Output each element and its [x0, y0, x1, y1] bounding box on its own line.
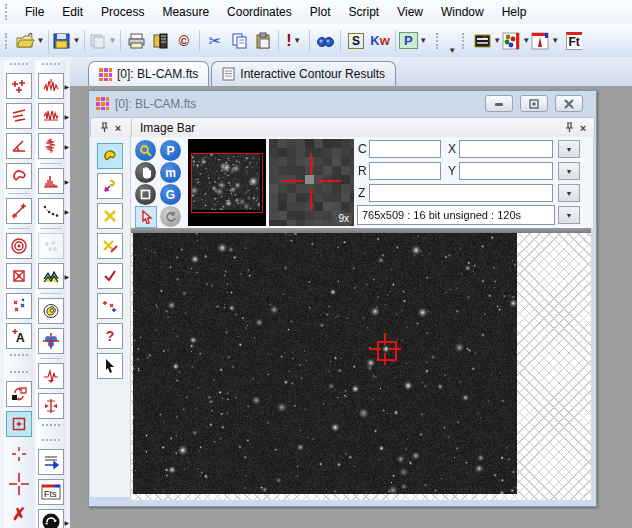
image-info-field[interactable]: 765x509 : 16 bit unsigned : 120s — [357, 205, 555, 225]
histogram-tool-dropdown[interactable]: ▼ — [551, 36, 560, 45]
line-profile-tool[interactable] — [6, 198, 32, 224]
save-dropdown[interactable]: ▼ — [72, 36, 81, 45]
menu-edit[interactable]: Edit — [53, 1, 92, 23]
plot-column-tool[interactable]: ▶ — [38, 133, 64, 159]
accept-tool[interactable] — [97, 263, 123, 289]
duplicate-dropdown[interactable]: ▼ — [108, 36, 117, 45]
star-cluster-tool[interactable] — [6, 73, 32, 99]
toolbar-overflow[interactable]: ▼ — [448, 46, 457, 55]
s-tool-button[interactable]: S — [344, 29, 368, 53]
column-input[interactable] — [369, 140, 441, 158]
copyright-button[interactable]: © — [172, 29, 196, 53]
open-dropdown[interactable]: ▼ — [36, 36, 45, 45]
menu-plot[interactable]: Plot — [301, 1, 340, 23]
p-tool-button[interactable]: P ▼ — [399, 29, 428, 53]
row-input[interactable] — [369, 162, 441, 180]
contour-plot-tool[interactable] — [38, 298, 64, 324]
magnifier-thumbnail[interactable]: 9x — [269, 139, 354, 226]
x-input[interactable] — [459, 140, 553, 158]
menu-process[interactable]: Process — [92, 1, 153, 23]
mark-star-tool[interactable] — [97, 203, 123, 229]
profile-lines-tool[interactable] — [6, 103, 32, 129]
image-overview-thumbnail[interactable] — [188, 139, 266, 226]
side-toolbar-pin-icon[interactable] — [97, 122, 111, 135]
region-tool[interactable] — [6, 163, 32, 189]
open-button[interactable]: ▼ — [16, 29, 45, 53]
pulse-plot-tool[interactable] — [38, 363, 64, 389]
large-crosshair-tool[interactable] — [6, 471, 32, 497]
image-bar-pin-icon[interactable] — [562, 122, 576, 135]
window-title-bar[interactable]: [0]: BL-CAM.fts — [88, 90, 595, 117]
menu-file[interactable]: File — [16, 1, 53, 23]
grid-g-button[interactable]: G — [160, 184, 181, 205]
image-bar-close-icon[interactable]: × — [576, 122, 590, 134]
pan-mode-p-button[interactable]: P — [160, 140, 181, 161]
zoom-tool-button[interactable] — [135, 140, 156, 161]
minimize-button[interactable] — [485, 95, 513, 112]
aperture-tool-selected[interactable] — [97, 143, 123, 169]
coord-dropdown-3[interactable]: ▼ — [558, 184, 580, 202]
display-window-dropdown[interactable]: ▼ — [493, 36, 502, 45]
alert-dropdown[interactable]: ▼ — [293, 36, 302, 45]
marker-box-tool[interactable] — [6, 411, 32, 437]
histogram-tool-button[interactable]: ▼ — [531, 29, 560, 53]
help-tool[interactable]: ? — [97, 323, 123, 349]
multi-mark-tool[interactable] — [97, 293, 123, 319]
rotate-image-tool[interactable]: ▶ — [38, 509, 64, 528]
display-window-button[interactable]: ▼ — [473, 29, 502, 53]
paste-button[interactable] — [251, 29, 275, 53]
scatter-marks-tool[interactable] — [6, 293, 32, 319]
tab-interactive-contour-results[interactable]: Interactive Contour Results — [211, 61, 396, 86]
restore-button[interactable] — [520, 95, 548, 112]
copy-button[interactable] — [227, 29, 251, 53]
star-field-canvas[interactable] — [133, 233, 517, 494]
small-crosshair-tool[interactable] — [6, 441, 32, 467]
coord-dropdown-1[interactable]: ▼ — [558, 140, 580, 158]
centroid-box-tool[interactable] — [6, 263, 32, 289]
close-button[interactable] — [555, 95, 583, 112]
hand-pan-button[interactable] — [135, 162, 156, 183]
keyword-button[interactable]: Kw — [368, 29, 392, 53]
fts-file-tool[interactable]: Fts — [38, 479, 64, 505]
menu-window[interactable]: Window — [432, 1, 493, 23]
magnifier-m-button[interactable]: m — [160, 162, 181, 183]
p-dropdown[interactable]: ▼ — [419, 36, 428, 45]
coord-dropdown-2[interactable]: ▼ — [558, 162, 580, 180]
slice-plot-tool[interactable] — [38, 393, 64, 419]
image-bar-header[interactable]: Image Bar × — [131, 117, 595, 139]
surface-plot-tool[interactable]: ▶ — [38, 263, 64, 289]
alert-button[interactable]: ! ▼ — [282, 29, 306, 53]
animate-roi-tool[interactable] — [6, 381, 32, 407]
delete-marker-tool[interactable]: ✗ — [6, 501, 32, 527]
aperture-move-tool[interactable] — [97, 173, 123, 199]
menu-measure[interactable]: Measure — [153, 1, 218, 23]
color-tool-dropdown[interactable]: ▼ — [522, 36, 531, 45]
menu-coordinates[interactable]: Coordinates — [218, 1, 301, 23]
histogram-plot-tool[interactable]: ▶ — [38, 168, 64, 194]
menu-view[interactable]: View — [388, 1, 432, 23]
plot-profile-tool[interactable]: ▶ — [38, 73, 64, 99]
clover-plot-tool[interactable] — [38, 328, 64, 354]
y-input[interactable] — [459, 162, 553, 180]
find-button[interactable] — [313, 29, 337, 53]
annotate-tool[interactable]: A — [6, 323, 32, 349]
z-input[interactable] — [369, 184, 553, 202]
unmark-star-tool[interactable] — [97, 233, 123, 259]
duplicate-button[interactable]: ▼ — [88, 29, 117, 53]
print-button[interactable] — [124, 29, 148, 53]
star-field-plot-tool-disabled[interactable] — [38, 233, 64, 259]
image-viewport[interactable] — [131, 233, 591, 500]
tab-bl-cam[interactable]: [0]: BL-CAM.fts — [88, 61, 209, 86]
menu-help[interactable]: Help — [493, 1, 536, 23]
angle-tool[interactable] — [6, 133, 32, 159]
save-button[interactable]: ▼ — [52, 29, 81, 53]
ft-tool-button[interactable]: Ft — [562, 29, 586, 53]
side-toolbar-close-icon[interactable]: × — [111, 122, 125, 134]
full-frame-button[interactable] — [135, 184, 156, 205]
color-tool-button[interactable]: ▼ — [502, 29, 531, 53]
concentric-rings-tool[interactable] — [6, 233, 32, 259]
image-info-dropdown[interactable]: ▼ — [558, 206, 580, 224]
undo-view-button-disabled[interactable] — [160, 206, 181, 227]
pointer-mode-button[interactable] — [135, 206, 157, 228]
pointer-tool[interactable] — [97, 353, 123, 379]
